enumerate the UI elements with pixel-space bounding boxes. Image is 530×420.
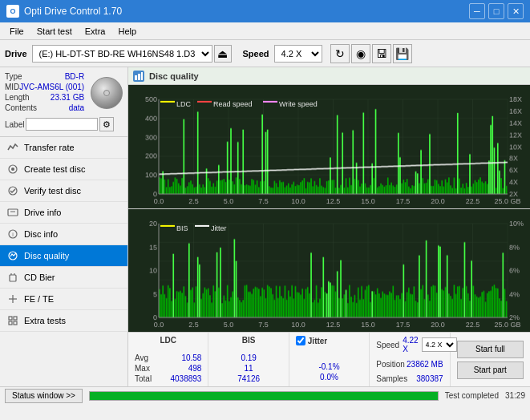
extra-tests-label: Extra tests (24, 316, 66, 325)
sidebar-item-disc-quality[interactable]: Disc quality (0, 245, 127, 267)
svg-rect-14 (14, 317, 17, 320)
speed-stat-val: 4.22 X (403, 336, 418, 353)
jitter-checkbox[interactable] (296, 336, 305, 345)
bis-avg: 0.19 (215, 353, 281, 362)
svg-rect-16 (14, 321, 17, 325)
drive-info-label: Drive info (24, 208, 61, 217)
svg-text:i: i (12, 232, 14, 237)
svg-point-1 (11, 168, 14, 171)
start-part-button[interactable]: Start part (457, 361, 524, 379)
menu-start-test[interactable]: Start test (30, 25, 79, 38)
stats-ldc-col: LDC Avg 10.58 Max 498 Total 4038893 (128, 333, 208, 386)
status-window-button[interactable]: Status window >> (5, 389, 83, 403)
sidebar-item-create-test-disc[interactable]: Create test disc (0, 159, 127, 180)
toolbar-btn-2[interactable]: ◉ (351, 44, 370, 63)
sidebar-item-fe-te[interactable]: FE / TE (0, 289, 127, 310)
disc-mid-value: JVC-AMS6L (001) (19, 83, 84, 91)
start-buttons-col: Start full Start part (451, 333, 530, 386)
menu-bar: File Start test Extra Help (0, 22, 530, 40)
toolbar-btn-1[interactable]: ↻ (330, 44, 350, 63)
sidebar-nav: Transfer rate Create test disc Verify te… (0, 137, 127, 386)
menu-help[interactable]: Help (111, 25, 143, 38)
disc-contents-label: Contents (5, 103, 37, 112)
sidebar-item-drive-info[interactable]: Drive info (0, 202, 127, 224)
status-bar: Status window >> Test completed 31:29 (0, 386, 530, 404)
menu-file[interactable]: File (3, 25, 30, 38)
stats-speed-col: Speed 4.22 X 4.2 X Position 23862 MB Sam… (370, 333, 450, 386)
chart-panel-title: Disc quality (149, 71, 199, 81)
extra-tests-icon (6, 314, 19, 327)
disc-type-value: BD-R (65, 72, 84, 81)
samples-val: 380387 (416, 374, 443, 383)
bis-max: 11 (215, 364, 281, 373)
jitter-avg: -0.1% (296, 362, 362, 371)
samples-label: Samples (376, 374, 407, 383)
disc-label-button[interactable]: ⚙ (99, 117, 114, 131)
ldc-total: 4038893 (170, 374, 201, 383)
speed-stat-label: Speed (376, 341, 399, 349)
create-test-disc-label: Create test disc (24, 164, 85, 174)
start-full-button[interactable]: Start full (457, 341, 524, 358)
svg-rect-18 (138, 74, 140, 80)
status-progress-fill (90, 392, 438, 400)
disc-quality-icon (6, 249, 19, 262)
sidebar-item-extra-tests[interactable]: Extra tests (0, 310, 127, 332)
verify-test-disc-icon (6, 184, 19, 197)
minimize-button[interactable]: ─ (469, 3, 485, 19)
svg-rect-8 (10, 275, 16, 281)
disc-info-label: Disc info (24, 229, 58, 239)
eject-button[interactable]: ⏏ (214, 45, 232, 63)
svg-point-7 (9, 252, 17, 260)
disc-label-input[interactable] (26, 118, 98, 131)
sidebar: Type BD-R MID JVC-AMS6L (001) Length 23.… (0, 67, 128, 386)
menu-extra[interactable]: Extra (79, 25, 112, 38)
status-progress-bar (89, 391, 439, 401)
transfer-rate-label: Transfer rate (24, 143, 75, 152)
position-val: 23862 MB (407, 360, 443, 369)
toolbar-btn-3[interactable]: 🖫 (372, 44, 391, 63)
title-bar: O Opti Drive Control 1.70 ─ □ ✕ (0, 0, 530, 22)
disc-icon (91, 77, 123, 109)
svg-rect-3 (8, 209, 18, 216)
app-icon: O (6, 5, 19, 18)
drive-select[interactable]: (E:) HL-DT-ST BD-RE WH16NS48 1.D3 (32, 45, 212, 63)
stats-jitter-col: Jitter -0.1% 0.0% (289, 333, 370, 386)
fe-te-icon (6, 293, 19, 305)
chart-panel-icon (133, 71, 144, 82)
stats-row: LDC Avg 10.58 Max 498 Total 4038893 (128, 332, 530, 386)
upper-chart-canvas (128, 85, 530, 208)
sidebar-item-verify-test-disc[interactable]: Verify test disc (0, 180, 127, 202)
fe-te-label: FE / TE (24, 294, 54, 304)
speed-select[interactable]: 4.2 X (274, 45, 322, 63)
content-panel: Disc quality LDC Avg 10.58 (128, 67, 530, 386)
sidebar-item-disc-info[interactable]: i Disc info (0, 224, 127, 245)
sidebar-item-cd-bier[interactable]: CD Bier (0, 267, 127, 289)
disc-label-label: Label (5, 120, 24, 129)
drive-label: Drive (5, 49, 27, 59)
sidebar-item-transfer-rate[interactable]: Transfer rate (0, 137, 127, 159)
disc-contents-value: data (69, 103, 84, 112)
disc-mid-label: MID (5, 83, 19, 91)
disc-length-label: Length (5, 93, 30, 102)
svg-rect-15 (9, 321, 12, 325)
disc-length-value: 23.31 GB (51, 93, 84, 102)
status-text: Test completed (445, 391, 499, 400)
svg-rect-13 (9, 317, 12, 320)
transfer-rate-icon (6, 141, 19, 154)
app-title: Opti Drive Control 1.70 (24, 6, 122, 17)
bis-total: 74126 (215, 374, 281, 383)
upper-chart (128, 85, 530, 209)
svg-rect-19 (141, 72, 143, 80)
svg-rect-17 (135, 75, 137, 80)
status-time: 31:29 (505, 391, 525, 400)
chart-panel-header: Disc quality (128, 67, 530, 85)
ldc-avg: 10.58 (181, 353, 201, 362)
jitter-header: Jitter (308, 337, 327, 345)
maximize-button[interactable]: □ (488, 3, 504, 19)
jitter-max: 0.0% (296, 373, 362, 382)
close-button[interactable]: ✕ (508, 3, 524, 19)
verify-test-disc-label: Verify test disc (24, 186, 81, 196)
disc-info-panel: Type BD-R MID JVC-AMS6L (001) Length 23.… (0, 67, 127, 137)
toolbar-btn-4[interactable]: 💾 (393, 44, 412, 63)
charts-container (128, 85, 530, 332)
